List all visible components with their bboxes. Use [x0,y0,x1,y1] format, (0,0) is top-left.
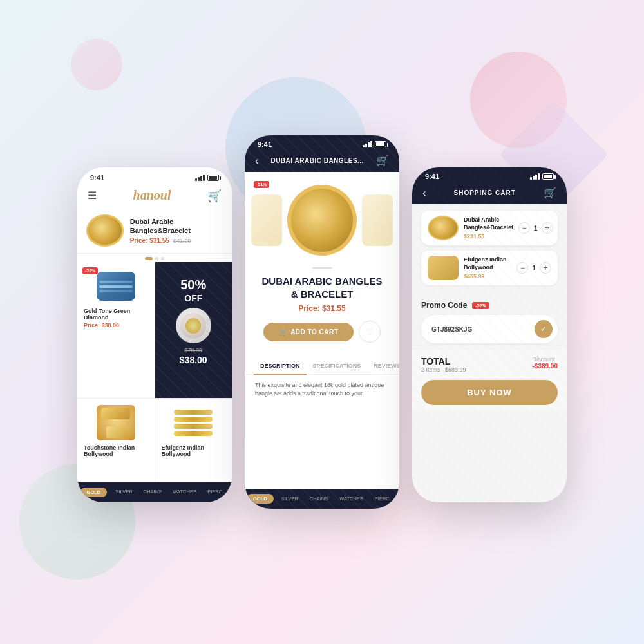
earring-img [101,408,130,419]
qty-plus-2[interactable]: + [540,262,551,274]
promo-percent: 50% [167,278,221,292]
bangle-3 [99,290,133,292]
sc-3 [368,142,370,147]
qty-control-2: − 1 + [516,262,551,274]
qty-plus-1[interactable]: + [542,222,553,234]
cart-item-price-2: $455.99 [464,273,511,279]
cnav-gold[interactable]: GOLD [247,494,274,504]
hero-price-original: $41.00 [173,238,191,244]
qty-minus-1[interactable]: − [518,222,530,234]
phone-shopping-cart: 9:41 ‹ SHOPPING CART 🛒 [412,167,567,502]
cart-header-icon[interactable]: 🛒 [544,187,556,199]
product-card-promo[interactable]: 50% OFF $78.00 $38.00 [155,262,232,398]
side-product-left [251,194,282,246]
product-tabs: DESCRIPTION SPECIFICATIONS REVIEWS [245,358,399,375]
add-to-cart-button[interactable]: 🛒 ADD TO CART [263,323,354,341]
wishlist-button[interactable]: ♡ [359,321,381,343]
discount-label: Discount [533,356,558,363]
product-card-touchstone[interactable]: Touchstone Indian Bollywood [77,399,155,482]
tab-description[interactable]: DESCRIPTION [254,358,307,375]
signal-bar-1 [195,178,197,181]
cart-icon-left[interactable]: 🛒 [207,189,222,203]
cart-item-info-1: Dubai Arabic Bangles&Bracelet $231.55 [464,216,513,240]
center-screen-title: DUBAI ARABIC BANGLES... [270,157,363,164]
bangles-image [97,272,135,301]
status-icons-right [530,173,554,180]
hero-price-row: Price: $31.55 $41.00 [130,237,223,244]
total-items-count: 2 Items $689.99 [421,366,466,373]
qty-minus-2[interactable]: − [516,262,528,274]
hero-text: Dubai Arabic Bangles&Bracelet Price: $31… [130,217,223,245]
nav-watches[interactable]: WATCHES [170,488,199,497]
nav-chains[interactable]: CHAINS [141,488,164,497]
cart-item-price-1: $231.55 [464,233,513,240]
price-label: Price: [298,304,322,313]
center-phone-inner: 9:41 ‹ DUBAI ARABIC BANGLES... 🛒 [245,135,399,509]
center-header: ‹ DUBAI ARABIC BANGLES... 🛒 [245,151,399,172]
tab-reviews[interactable]: REVIEWS [367,358,399,375]
cnav-watches[interactable]: WATCHES [336,494,367,504]
app-nav-left: ☰ hanoul 🛒 [77,184,232,208]
cnav-silver[interactable]: SILVER [278,494,302,504]
add-to-cart-label: ADD TO CART [290,328,338,336]
battery-fill-c [376,142,384,146]
product-price-1: Price: $38.00 [84,322,148,328]
hero-banner[interactable]: Dubai Arabic Bangles&Bracelet Price: $31… [77,208,232,254]
buy-now-button[interactable]: BUY NOW [421,380,558,405]
product-name-1: Gold Tone Green Diamond [84,308,148,321]
cart-item-img-1 [428,216,459,240]
status-bar-right: 9:41 [412,167,567,183]
promo-image [176,308,211,343]
sr-1 [530,177,532,180]
price-value: $31.55 [322,304,346,313]
promo-off: OFF [184,293,202,303]
discount-badge-1: -52% [82,267,98,274]
product-img-4 [162,405,226,440]
bottom-nav-left: GOLD SILVER CHAINS WATCHES PIERC... [77,482,232,502]
cart-item-img-2 [428,256,459,280]
cart-item-info-2: Efulgenz Indian Bollywood $455.99 [464,256,511,279]
cnav-piercing[interactable]: PIERC... [371,494,397,504]
product-description: This exquisite and elegant 18k gold plat… [245,375,399,405]
hamburger-icon[interactable]: ☰ [88,189,97,202]
discount-amount: -$389.00 [533,363,558,370]
signal-bar-3 [200,176,202,181]
promo-code-value[interactable]: GTJ892SKJG [431,326,535,333]
product-card-gold-tone[interactable]: -52% Gold Tone Green Diamond Price: $38.… [77,262,155,398]
nav-piercing[interactable]: PIERC... [205,488,229,497]
hero-product-image [86,214,124,247]
signal-right [530,173,540,180]
nav-silver[interactable]: SILVER [113,488,135,497]
product-name-4: Efulgenz Indian Bollywood [162,444,226,457]
cart-back-button[interactable]: ‹ [422,187,426,199]
tab-specifications[interactable]: SPECIFICATIONS [307,358,368,375]
app-logo: hanoul [133,188,171,203]
necklace-img [180,313,206,339]
qty-num-1: 1 [534,225,538,232]
back-button[interactable]: ‹ [255,155,258,167]
status-bar-left: 9:41 [77,167,232,184]
nav-gold[interactable]: GOLD [80,488,108,497]
product-grid: -52% Gold Tone Green Diamond Price: $38.… [77,262,232,482]
product-name-3: Touchstone Indian Bollywood [84,444,148,457]
promo-content: 50% OFF $78.00 $38.00 [162,269,226,374]
dot-2 [155,257,158,260]
dot-1 [145,257,153,260]
cart-item-2: Efulgenz Indian Bollywood $455.99 − 1 + [421,251,558,285]
promo-check-button[interactable]: ✓ [535,320,553,338]
battery-center [375,141,386,147]
detail-spacer [245,405,399,489]
cnav-chains[interactable]: CHAINS [306,494,332,504]
side-product-right [362,194,393,246]
promo-header: Promo Code -52% [421,301,558,310]
bg-decoration-5 [71,39,122,90]
cart-item-name-1: Dubai Arabic Bangles&Bracelet [464,216,513,231]
cart-item-name-2: Efulgenz Indian Bollywood [464,256,511,271]
signal-bar-2 [198,177,200,181]
hero-product-name: Dubai Arabic Bangles&Bracelet [130,217,223,236]
bracelet-1 [174,410,213,415]
cart-total-section: TOTAL 2 Items $689.99 Discount -$389.00 … [412,350,567,410]
product-card-efulgenz[interactable]: Efulgenz Indian Bollywood [155,399,232,482]
cart-icon-center[interactable]: 🛒 [376,155,389,167]
time-left: 9:41 [90,174,104,182]
